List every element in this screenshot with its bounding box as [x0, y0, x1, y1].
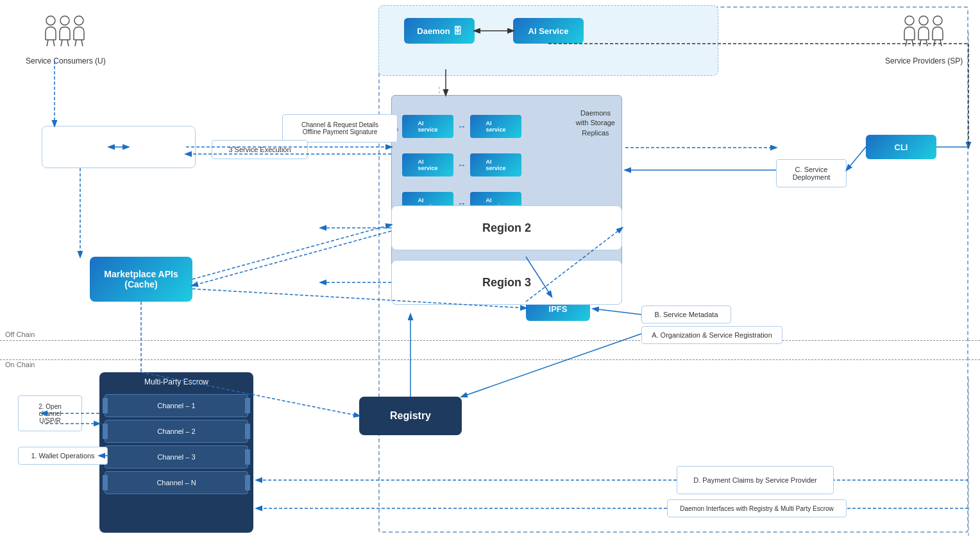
channel-n: Channel – N: [105, 471, 248, 494]
ai-daemon-2: AIservice: [470, 153, 521, 177]
off-chain-label: Off Chain: [5, 331, 35, 338]
svg-line-17: [81, 40, 83, 46]
svg-point-6: [60, 16, 69, 25]
channel-3: Channel – 3: [105, 445, 248, 469]
org-service-label: A. Organization & Service Registration: [641, 326, 782, 344]
marketplace-button: Marketplace APIs (Cache): [90, 257, 192, 302]
region3-box: Region 3: [391, 260, 622, 305]
registry-box: Registry: [359, 397, 462, 435]
channel-2: Channel – 2: [105, 420, 248, 443]
svg-line-46: [192, 231, 391, 286]
daemon-icon: 🗄: [453, 26, 462, 36]
svg-point-18: [905, 16, 914, 25]
escrow-title: Multi-Party Escrow: [99, 372, 253, 392]
consumers-svg: [43, 13, 88, 51]
ai-row-2: AIservice ↔ AIservice: [402, 153, 521, 177]
svg-point-24: [919, 16, 928, 25]
service-consumers-group: Service Consumers (U): [26, 13, 106, 65]
provider-icons: [902, 13, 947, 51]
svg-line-22: [906, 40, 907, 46]
off-chain-divider: [0, 340, 980, 341]
diagram-container: Off Chain On Chain Daemon 🗄 AI Service: [0, 0, 980, 543]
ai-row-1: AIservice ↔ AIservice: [402, 115, 521, 138]
svg-point-0: [46, 16, 55, 25]
wallet-ops-label: 1. Wallet Operations: [18, 447, 108, 465]
consumer-icons: [43, 13, 88, 51]
service-consumers-label: Service Consumers (U): [26, 56, 106, 65]
ai-box-1: AIservice: [402, 115, 453, 138]
ai-box-2: AIservice: [402, 153, 453, 177]
svg-line-11: [67, 40, 69, 46]
cli-button: CLI: [866, 135, 936, 159]
channel-request-label: Channel & Request Details Offline Paymen…: [282, 114, 398, 142]
service-providers-group: Service Providers (SP): [885, 13, 963, 65]
ai-service-button: AI Service: [513, 18, 584, 44]
service-providers-label: Service Providers (SP): [885, 56, 963, 65]
daemons-storage-label: Daemonswith StorageReplicas: [576, 108, 615, 138]
arrow-1: ↔: [457, 121, 466, 132]
dapp-sdk-container: [42, 126, 196, 168]
svg-line-16: [75, 40, 76, 46]
svg-line-5: [53, 40, 55, 46]
payment-claims-label: D. Payment Claims by Service Provider: [677, 466, 834, 494]
open-channel-label: 2. Open channel U/SP/R: [18, 395, 82, 431]
daemon-button: Daemon 🗄: [404, 18, 475, 44]
arrow-2: ↔: [457, 160, 466, 170]
service-execution-label: 3 Service Execution: [212, 140, 308, 159]
svg-line-29: [926, 40, 927, 46]
svg-line-10: [61, 40, 62, 46]
ai-daemon-1: AIservice: [470, 115, 521, 138]
svg-line-34: [934, 40, 935, 46]
on-chain-label: On Chain: [5, 361, 35, 368]
escrow-container: Multi-Party Escrow Channel – 1 Channel –…: [99, 372, 253, 533]
svg-point-30: [933, 16, 942, 25]
svg-line-23: [912, 40, 913, 46]
svg-line-45: [192, 225, 391, 279]
svg-line-35: [940, 40, 942, 46]
on-chain-divider: [0, 359, 980, 360]
channel-1: Channel – 1: [105, 394, 248, 417]
providers-svg: [902, 13, 947, 51]
svg-line-4: [47, 40, 48, 46]
service-deployment-label: C. Service Deployment: [776, 159, 847, 187]
svg-line-28: [920, 40, 921, 46]
service-metadata-label: B. Service Metadata: [641, 306, 731, 323]
region2-box: Region 2: [391, 205, 622, 250]
daemon-interfaces-label: Daemon Interfaces with Registry & Multi …: [667, 499, 847, 517]
svg-point-12: [74, 16, 83, 25]
